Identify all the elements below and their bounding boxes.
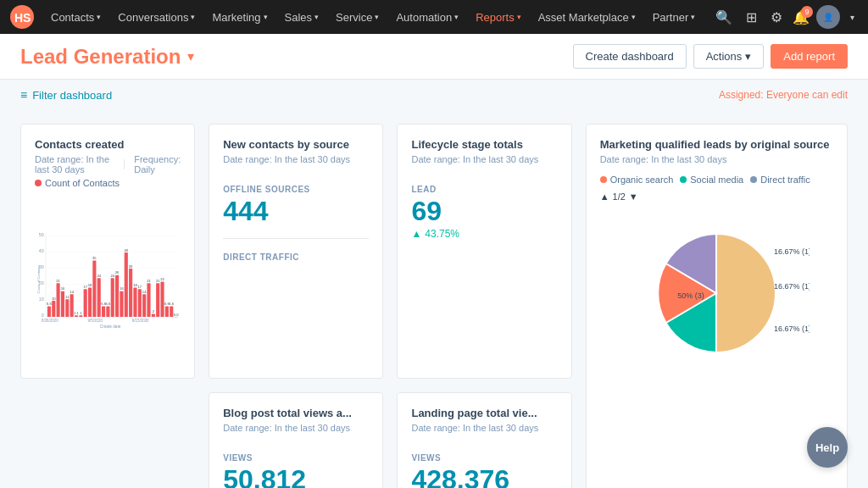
svg-text:10: 10 [52, 297, 56, 301]
contacts-frequency: Frequency: Daily [134, 154, 181, 175]
svg-rect-52 [129, 269, 132, 317]
svg-text:16: 16 [120, 286, 124, 291]
search-icon[interactable]: 🔍 [712, 6, 736, 29]
offline-sources-section: OFFLINE SOURCES 444 [223, 185, 369, 225]
nav-reports-caret: ▾ [517, 13, 521, 21]
svg-rect-30 [79, 315, 82, 317]
svg-text:35: 35 [92, 256, 97, 260]
svg-rect-46 [115, 275, 119, 317]
svg-rect-68 [165, 306, 169, 316]
nav-asset-marketplace[interactable]: Asset Marketplace ▾ [531, 0, 643, 34]
nav-marketing-caret: ▾ [264, 13, 268, 21]
actions-button[interactable]: Actions ▾ [693, 44, 765, 69]
mql-legend-organic: Organic search [600, 175, 674, 185]
nav-service[interactable]: Service ▾ [329, 0, 386, 34]
svg-text:16.67% (1): 16.67% (1) [774, 247, 810, 256]
bar-chart-svg: 50 40 30 20 10 0 Count of Contacts [35, 195, 181, 364]
svg-rect-44 [111, 278, 114, 317]
contacts-created-card: Contacts created Date range: In the last… [20, 124, 195, 379]
svg-text:40: 40 [39, 248, 44, 253]
nav-sales[interactable]: Sales ▾ [278, 0, 326, 34]
create-dashboard-button[interactable]: Create dashboard [573, 44, 687, 69]
nav-conversations[interactable]: Conversations ▾ [111, 0, 202, 34]
svg-rect-24 [65, 299, 69, 317]
nav-icons: 🔍 ⊞ ⚙ 🔔 9 👤 ▾ [712, 5, 858, 29]
mql-date-range: Date range: In the last 30 days [600, 154, 833, 164]
lifecycle-date-range: Date range: In the last 30 days [411, 154, 557, 164]
landing-views-metric-value: 428,376 [411, 466, 557, 488]
new-contacts-title: New contacts by source [223, 138, 369, 151]
top-nav: HS Contacts ▾ Conversations ▾ Marketing … [0, 0, 868, 34]
nav-reports[interactable]: Reports ▾ [469, 0, 528, 34]
nav-partner-caret: ▾ [691, 13, 695, 21]
svg-text:6.6: 6.6 [106, 302, 111, 306]
svg-rect-36 [92, 260, 96, 317]
title-dropdown-icon[interactable]: ▾ [187, 48, 194, 64]
mql-nav: ▲ 1/2 ▼ [600, 191, 833, 202]
nav-contacts-caret: ▾ [97, 13, 101, 21]
svg-text:14: 14 [70, 290, 74, 294]
svg-text:50: 50 [39, 232, 44, 237]
blog-views-metric-label: VIEWS [223, 453, 369, 463]
header-actions: Create dashboard Actions ▾ Add report [573, 44, 848, 69]
svg-rect-50 [125, 252, 128, 317]
svg-rect-32 [84, 289, 87, 317]
nav-contacts[interactable]: Contacts ▾ [44, 0, 108, 34]
mql-legend-direct: Direct traffic [750, 175, 810, 185]
blog-views-date-range: Date range: In the last 30 days [223, 423, 369, 433]
svg-rect-18 [52, 301, 55, 317]
svg-text:Create date: Create date [100, 324, 121, 329]
landing-views-metric-label: VIEWS [411, 453, 557, 463]
nav-service-caret: ▾ [375, 13, 379, 21]
svg-rect-66 [160, 281, 164, 317]
hubspot-logo[interactable]: HS [10, 5, 34, 29]
contacts-legend: Count of Contacts [35, 178, 181, 188]
assigned-value[interactable]: Everyone can edit [766, 89, 848, 101]
landing-views-title: Landing page total vie... [411, 407, 557, 419]
nav-automation[interactable]: Automation ▾ [389, 0, 465, 34]
blog-views-metric-value: 50,812 [223, 466, 369, 488]
svg-rect-56 [138, 289, 142, 317]
new-contacts-date-range: Date range: In the last 30 days [223, 154, 369, 164]
lifecycle-metric-label: LEAD [411, 185, 557, 194]
svg-text:14: 14 [142, 290, 147, 294]
landing-views-card: Landing page total vie... Date range: In… [397, 392, 571, 488]
nav-partner[interactable]: Partner ▾ [646, 0, 703, 34]
svg-text:0: 0 [42, 313, 44, 318]
mql-pie-chart: 50% (3) 16.67% (1) 16.67% (1) 16.67% (1) [600, 208, 833, 378]
svg-rect-58 [142, 294, 146, 317]
prev-icon[interactable]: ▲ [600, 191, 609, 202]
svg-text:30: 30 [129, 264, 133, 269]
blog-views-title: Blog post total views a... [223, 407, 369, 419]
svg-text:10: 10 [39, 297, 44, 302]
settings-icon[interactable]: ⚙ [767, 6, 786, 29]
svg-text:18: 18 [133, 283, 137, 287]
svg-rect-22 [61, 291, 64, 317]
pie-chart-svg: 50% (3) 16.67% (1) 16.67% (1) 16.67% (1) [623, 208, 810, 378]
svg-rect-54 [133, 288, 136, 317]
svg-text:0.0: 0.0 [174, 313, 179, 317]
page-title-area: Lead Generation ▾ [20, 45, 194, 69]
svg-text:8/26/2020: 8/26/2020 [42, 319, 58, 323]
apps-icon[interactable]: ⊞ [743, 6, 760, 29]
user-menu-caret[interactable]: ▾ [847, 9, 858, 25]
help-button[interactable]: Help [807, 427, 848, 468]
notifications-icon[interactable]: 🔔 9 [793, 9, 810, 25]
blog-views-metric-section: VIEWS 50,812 ▼ 1.17% [223, 453, 369, 488]
mql-card: Marketing qualified leads by original so… [586, 124, 848, 488]
svg-text:6.6: 6.6 [47, 302, 52, 306]
organic-search-dot [600, 176, 607, 183]
svg-text:HS: HS [14, 11, 31, 25]
svg-rect-28 [75, 315, 78, 317]
nav-marketing[interactable]: Marketing ▾ [205, 0, 274, 34]
user-avatar[interactable]: 👤 [816, 5, 840, 29]
filter-right: Assigned: Everyone can edit [719, 89, 848, 101]
add-report-button[interactable]: Add report [771, 44, 848, 69]
svg-rect-70 [170, 306, 173, 316]
page-header: Lead Generation ▾ Create dashboard Actio… [0, 34, 868, 80]
svg-text:24: 24 [110, 274, 114, 278]
svg-text:9/15/2020: 9/15/2020 [132, 319, 149, 323]
next-icon[interactable]: ▼ [629, 191, 638, 202]
filter-dashboard-button[interactable]: ≡ Filter dashboard [20, 88, 112, 102]
nav-asset-marketplace-caret: ▾ [632, 13, 636, 21]
